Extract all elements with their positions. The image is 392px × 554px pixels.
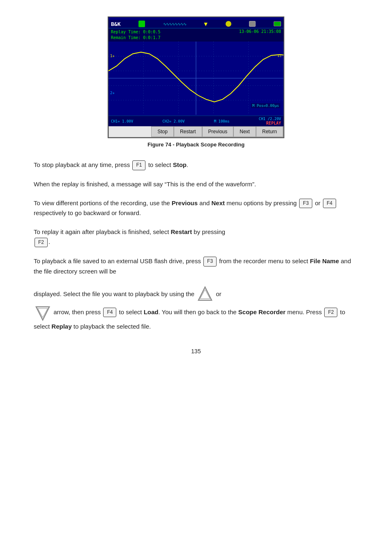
- scope-mpos: M Pos=0.00µs: [251, 103, 280, 108]
- p6-text-mid2: to select: [117, 308, 143, 315]
- p6-text-mid4: menu. Press: [286, 308, 324, 315]
- previous-button[interactable]: Previous: [202, 126, 234, 137]
- p6-text-mid: or: [216, 290, 221, 297]
- scope-date: 13-06-06 21:35:08: [239, 29, 281, 41]
- scope-ch2-status: CH2= 2.00V: [162, 119, 184, 123]
- scope-circle-icon: [226, 21, 231, 27]
- figure-container: B&K ∿∿∿∿∿∿∿∿ ▼ Replay Time: 0:0:0.5 Rema…: [34, 16, 358, 148]
- p4-bold: Restart: [171, 228, 192, 235]
- scope-buttons-row: Stop Restart Previous Next Return: [108, 126, 284, 137]
- p6-text-before: displayed. Select the file you want to p…: [34, 290, 196, 297]
- p3-bold1: Previous: [172, 199, 198, 206]
- scope-remain-time: Remain Time: 0:0:1.7: [111, 35, 160, 41]
- scope-m-status: M 100ms: [214, 119, 230, 123]
- f4-key-p6: F4: [103, 308, 116, 317]
- f4-key-p3: F4: [323, 199, 336, 208]
- scope-down-arrow: ▼: [204, 21, 208, 27]
- p1-text-after: to select: [148, 161, 173, 168]
- arrow-down-icon: [34, 304, 52, 322]
- f3-key-p3: F3: [299, 199, 312, 208]
- paragraph-3: To view different portions of the record…: [34, 198, 358, 218]
- p6-text-after2: arrow, then press: [53, 308, 102, 315]
- stop-button[interactable]: Stop: [151, 126, 174, 137]
- f3-key-p5: F3: [203, 257, 217, 266]
- p5-text-mid: from the recorder menu to select: [217, 257, 310, 264]
- scope-timing-info: Replay Time: 0:0:0.5 Remain Time: 0:0:1.…: [111, 29, 160, 41]
- p3-text-mid1: and: [198, 199, 211, 206]
- scope-ch1-pos-replay: CH1 /2.20V REPLAY: [259, 117, 281, 125]
- scope-lock-icon: [138, 21, 145, 27]
- paragraph-1: To stop playback at any time, press F1 t…: [34, 160, 358, 170]
- restart-button[interactable]: Restart: [174, 126, 202, 137]
- scope-battery-icon: [274, 21, 281, 26]
- p5-bold: File Name: [310, 257, 339, 264]
- next-button[interactable]: Next: [233, 126, 256, 137]
- p3-text-before: To view different portions of the record…: [34, 199, 172, 206]
- scope-brand: B&K: [111, 21, 120, 27]
- scope-info-bar: Replay Time: 0:0:0.5 Remain Time: 0:0:1.…: [108, 28, 284, 42]
- arrow-up-icon: [196, 285, 214, 304]
- p3-text-after: respectively to go backward or forward.: [34, 209, 141, 216]
- p6-text-mid3: . You will then go back to the: [158, 308, 238, 315]
- scope-ch1-marker-right: +T: [277, 54, 282, 58]
- p3-text-mid2: menu options by pressing: [225, 199, 298, 206]
- scope-ch2-marker: 2+: [110, 91, 115, 95]
- scope-replay-time: Replay Time: 0:0:0.5: [111, 29, 160, 35]
- f2-key-p4: F2: [35, 238, 48, 247]
- p6-bold2: Scope Recorder: [238, 308, 286, 315]
- scope-ch1-pos: CH1 /2.20V: [259, 117, 281, 121]
- p3-bold2: Next: [212, 199, 225, 206]
- p6-bold3: Replay: [51, 323, 71, 330]
- p4-text-mid: by pressing: [192, 228, 225, 235]
- scope-replay-label: REPLAY: [259, 121, 281, 125]
- paragraph-2: When the replay is finished, a message w…: [34, 179, 358, 189]
- f2-key-p6: F2: [324, 308, 337, 317]
- p1-end: .: [187, 161, 188, 168]
- paragraph-6: displayed. Select the file you want to p…: [34, 285, 358, 331]
- scope-screen: B&K ∿∿∿∿∿∿∿∿ ▼ Replay Time: 0:0:0.5 Rema…: [108, 16, 284, 138]
- p1-bold-word: Stop: [173, 161, 187, 168]
- page-number: 135: [34, 348, 358, 355]
- paragraph-4: To replay it again after playback is fin…: [34, 227, 358, 247]
- scope-wavy: ∿∿∿∿∿∿∿∿: [163, 22, 186, 26]
- p6-text-end: to playback the selected file.: [72, 323, 151, 330]
- p1-text-before: To stop playback at any time, press: [34, 161, 131, 168]
- scope-ch1-marker-left: 1+: [110, 54, 115, 58]
- p6-bold1: Load: [144, 308, 159, 315]
- figure-caption: Figure 74 - Playback Scope Recording: [148, 141, 244, 148]
- p4-text-before: To replay it again after playback is fin…: [34, 228, 171, 235]
- page-content: B&K ∿∿∿∿∿∿∿∿ ▼ Replay Time: 0:0:0.5 Rema…: [34, 16, 358, 355]
- paragraph-5: To playback a file saved to an external …: [34, 256, 358, 276]
- p3-text-mid3: or: [313, 199, 322, 206]
- p5-text-before: To playback a file saved to an external …: [34, 257, 203, 264]
- scope-grid-area: 1+ +T 2+ M Pos=0.00µs: [108, 42, 284, 116]
- f1-key: F1: [132, 160, 145, 170]
- return-button[interactable]: Return: [256, 126, 283, 137]
- scope-square-icon: [249, 21, 256, 27]
- p2-text: When the replay is finished, a message w…: [34, 181, 256, 188]
- scope-ch1-status: CH1= 1.00V: [111, 119, 133, 123]
- p4-end: .: [48, 238, 50, 245]
- scope-status-bar: CH1= 1.00V CH2= 2.00V M 100ms CH1 /2.20V…: [108, 116, 284, 126]
- scope-header: B&K ∿∿∿∿∿∿∿∿ ▼: [108, 20, 284, 28]
